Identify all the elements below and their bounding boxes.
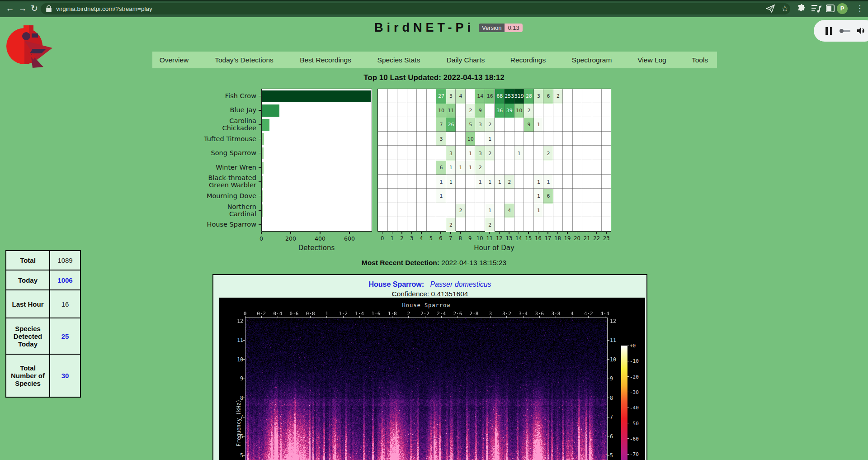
stats-value-link[interactable]: 30 xyxy=(50,354,80,397)
heatmap-cell: 3 xyxy=(534,89,544,104)
stats-value-link[interactable]: 25 xyxy=(50,318,80,354)
hour-tick xyxy=(528,232,528,234)
heatmap-cell: 2 xyxy=(485,146,495,161)
spec-left-tick xyxy=(243,321,245,321)
hour-tick-label: 13 xyxy=(505,235,512,242)
reload-icon[interactable]: ↻ xyxy=(28,0,41,17)
spec-left-tick xyxy=(243,379,245,379)
hour-tick-label: 17 xyxy=(545,235,552,242)
stats-label: Total Number of Species xyxy=(6,354,50,397)
hour-tick xyxy=(480,232,480,234)
hour-tick xyxy=(499,232,500,234)
hour-tick-label: 0 xyxy=(381,235,384,242)
spec-freq-label-right: 5 xyxy=(610,452,613,459)
birdnet-pi-page: ← → ↻ virginia.birdnetpi.com/?stream=pla… xyxy=(0,0,868,460)
bar-tufted-titmouse xyxy=(262,133,264,145)
spec-freq-label-right: 11 xyxy=(610,337,616,343)
heatmap-cell: 16 xyxy=(485,89,495,104)
lock-icon xyxy=(46,5,52,12)
volume-icon[interactable] xyxy=(857,27,866,35)
heatmap-cell: 2 xyxy=(466,104,476,118)
heatmap-cell: 1 xyxy=(475,175,485,190)
pause-button[interactable] xyxy=(826,27,832,35)
media-controls-icon[interactable] xyxy=(811,5,821,13)
spec-time-label: 3 xyxy=(489,311,492,317)
spec-left-tick xyxy=(243,340,245,341)
spec-time-label: 1·4 xyxy=(355,311,364,317)
y-tick xyxy=(259,96,261,96)
nav-item-daily-charts[interactable]: Daily Charts xyxy=(447,52,485,68)
bar-xaxis-label: Detections xyxy=(298,244,335,252)
nav-item-overview[interactable]: Overview xyxy=(160,52,189,68)
spec-left-tick xyxy=(243,417,245,417)
hour-tick xyxy=(489,232,490,234)
hour-tick xyxy=(450,232,451,234)
spec-left-tick xyxy=(243,436,245,436)
heatmap-cell: 4 xyxy=(505,204,514,218)
heatmap-cell: 3 xyxy=(436,132,446,147)
spec-freq-label-right: 12 xyxy=(610,318,616,324)
recent-value: 2022-04-13 18:15:23 xyxy=(441,259,506,266)
colorbar-tick xyxy=(627,376,629,377)
page-title: BirdNET-Pi xyxy=(374,21,474,35)
y-tick xyxy=(259,210,261,211)
heatmap-cell: 14 xyxy=(475,89,485,104)
hour-tick-label: 20 xyxy=(574,235,580,242)
colorbar-label: -20 xyxy=(630,374,639,379)
extensions-icon[interactable] xyxy=(797,4,806,13)
share-send-icon[interactable] xyxy=(766,5,775,13)
y-tick xyxy=(259,224,261,225)
species-scientific-name-link[interactable]: Passer domesticus xyxy=(430,280,491,288)
nav-item-spectrogram[interactable]: Spectrogram xyxy=(572,52,612,68)
seek-slider[interactable] xyxy=(840,30,850,32)
category-label: Black-throated Green Warbler xyxy=(208,174,256,189)
hour-tick xyxy=(460,232,461,234)
species-common-name-link[interactable]: House Sparrow: xyxy=(368,280,424,288)
heatmap-cell: 39 xyxy=(505,104,514,118)
nav-item-view-log[interactable]: View Log xyxy=(637,52,666,68)
heatmap-cell: 1 xyxy=(436,175,446,190)
nav-item-best-recordings[interactable]: Best Recordings xyxy=(300,52,351,68)
nav-item-species-stats[interactable]: Species Stats xyxy=(377,52,420,68)
seek-handle[interactable] xyxy=(840,29,844,33)
spec-left-tick xyxy=(243,455,245,456)
heatmap-cell: 253 xyxy=(505,89,514,104)
stats-row: Total Number of Species30 xyxy=(6,354,80,397)
heatmap-cell: 10 xyxy=(466,132,476,147)
spec-time-label: 2·6 xyxy=(453,311,462,317)
heatmap-cell: 1 xyxy=(485,204,495,218)
bookmark-star-icon[interactable]: ☆ xyxy=(778,0,791,17)
stats-value-link[interactable]: 1006 xyxy=(50,270,80,290)
bar-song-sparrow xyxy=(262,147,264,160)
spectrogram-canvas xyxy=(245,318,607,460)
hour-tick-label: 19 xyxy=(564,235,571,242)
nav-item-today-s-detections[interactable]: Today's Detections xyxy=(215,52,274,68)
spec-freq-label-right: 9 xyxy=(610,375,613,382)
profile-avatar[interactable]: P xyxy=(837,3,848,14)
detection-header: House Sparrow: Passer domesticus xyxy=(213,280,646,289)
spec-time-label: 3·2 xyxy=(502,311,511,317)
spec-right-tick xyxy=(608,359,609,360)
forward-icon[interactable]: → xyxy=(16,0,29,17)
heatmap-cell: 3 xyxy=(475,146,485,161)
url-text[interactable]: virginia.birdnetpi.com/?stream=play xyxy=(56,5,152,12)
hour-tick-label: 12 xyxy=(496,235,503,242)
nav-item-tools[interactable]: Tools xyxy=(692,52,708,68)
heatmap-cell: 1 xyxy=(436,189,446,204)
bar-blue-jay xyxy=(262,104,279,117)
menu-kebab-icon[interactable]: ⋮ xyxy=(856,0,863,17)
url-bar[interactable]: virginia.birdnetpi.com/?stream=play xyxy=(41,3,790,14)
heatmap-cell: 3 xyxy=(475,118,485,132)
x-tick-label: 600 xyxy=(344,235,355,242)
version-label: Version xyxy=(479,24,505,32)
category-label: Winter Wren xyxy=(216,164,256,171)
hour-tick-label: 3 xyxy=(410,235,413,242)
side-panel-icon[interactable] xyxy=(826,5,835,12)
back-icon[interactable]: ← xyxy=(4,0,16,17)
hour-tick-label: 9 xyxy=(468,235,472,242)
most-recent-detection: Most Recent Detection: 2022-04-13 18:15:… xyxy=(0,259,868,267)
heatmap-cell: 3 xyxy=(446,146,456,161)
y-tick xyxy=(259,167,261,168)
nav-item-recordings[interactable]: Recordings xyxy=(510,52,546,68)
hour-tick xyxy=(577,232,577,234)
